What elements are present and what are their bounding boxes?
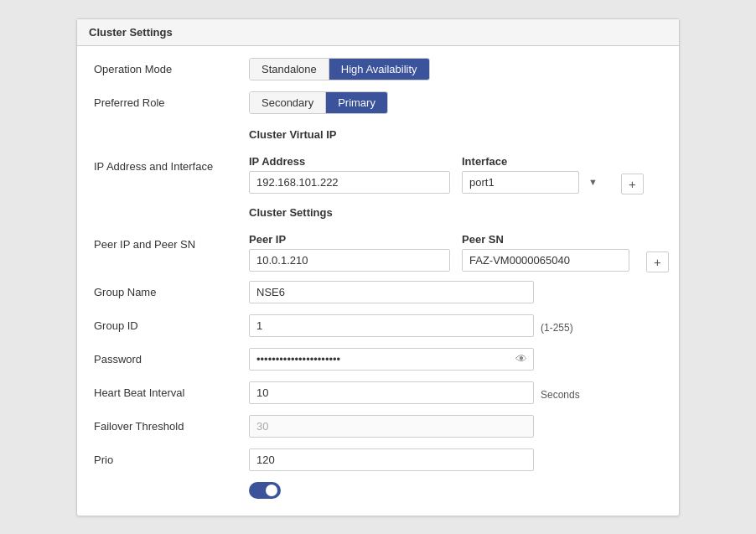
- group-name-label: Group Name: [94, 281, 249, 298]
- interface-select[interactable]: port1 port2: [462, 171, 579, 194]
- ip-address-field-label: IP Address: [249, 155, 450, 168]
- password-controls: 👁: [249, 348, 662, 371]
- preferred-role-controls: Secondary Primary: [249, 91, 662, 114]
- failover-row: Failover Threshold: [94, 415, 662, 440]
- heartbeat-row: Heart Beat Interval Seconds: [94, 381, 662, 407]
- password-label: Password: [94, 348, 249, 366]
- operation-mode-controls: Standalone High Availability: [249, 58, 662, 80]
- toggle-switch[interactable]: [249, 482, 281, 499]
- peer-sn-input[interactable]: [462, 249, 629, 272]
- ip-address-interface-row: IP Address and Interface IP Address Inte…: [94, 155, 662, 194]
- failover-label: Failover Threshold: [94, 415, 249, 433]
- operation-mode-btn-group: Standalone High Availability: [249, 58, 430, 80]
- cluster-settings-spacer: [94, 203, 249, 208]
- cluster-settings-panel: Cluster Settings Operation Mode Standalo…: [76, 18, 680, 516]
- add-ip-interface-button[interactable]: +: [621, 174, 644, 194]
- peer-row: Peer IP and Peer SN Peer IP Peer SN +: [94, 233, 662, 272]
- cluster-settings-title: Cluster Settings: [249, 206, 333, 219]
- prio-input[interactable]: [249, 448, 534, 471]
- preferred-role-btn-group: Secondary Primary: [249, 91, 388, 114]
- heartbeat-label: Heart Beat Interval: [94, 381, 249, 399]
- peer-controls: Peer IP Peer SN +: [249, 233, 669, 272]
- password-row: Password 👁: [94, 348, 662, 373]
- group-name-controls: [249, 281, 662, 303]
- interface-field-label: Interface: [462, 155, 604, 168]
- prio-label: Prio: [94, 448, 249, 466]
- peer-sn-col: Peer SN: [462, 233, 629, 272]
- ip-interface-controls: IP Address Interface port1 port2 ▼: [249, 155, 662, 194]
- group-id-input[interactable]: [249, 314, 534, 337]
- prio-row: Prio: [94, 448, 662, 474]
- peer-sn-label: Peer SN: [462, 233, 629, 246]
- password-wrapper: 👁: [249, 348, 534, 371]
- toggle-thumb: [266, 485, 277, 496]
- primary-button[interactable]: Primary: [325, 92, 387, 113]
- failover-controls: [249, 415, 662, 438]
- operation-mode-row: Operation Mode Standalone High Availabil…: [94, 58, 662, 83]
- interface-select-wrapper: port1 port2 ▼: [462, 171, 604, 194]
- cluster-settings-section: Cluster Settings: [94, 203, 662, 228]
- panel-title: Cluster Settings: [77, 19, 679, 46]
- group-name-row: Group Name: [94, 281, 662, 306]
- group-name-input[interactable]: [249, 281, 534, 303]
- standalone-button[interactable]: Standalone: [250, 59, 329, 80]
- secondary-button[interactable]: Secondary: [250, 92, 325, 113]
- group-id-hint: (1-255): [541, 317, 573, 334]
- group-id-label: Group ID: [94, 314, 249, 332]
- failover-input[interactable]: [249, 415, 534, 438]
- toggle-row: [249, 482, 662, 499]
- add-peer-button[interactable]: +: [646, 251, 669, 272]
- group-id-controls: (1-255): [249, 314, 662, 337]
- toggle-track: [249, 482, 281, 499]
- ip-address-input[interactable]: [249, 171, 450, 194]
- prio-controls: [249, 448, 662, 471]
- peer-ip-input[interactable]: [249, 249, 450, 272]
- peer-ip-col: Peer IP: [249, 233, 450, 272]
- heartbeat-controls: Seconds: [249, 381, 662, 404]
- operation-mode-label: Operation Mode: [94, 58, 249, 75]
- heartbeat-hint: Seconds: [541, 384, 580, 401]
- preferred-role-label: Preferred Role: [94, 91, 249, 109]
- ip-address-col: IP Address: [249, 155, 450, 194]
- ip-interface-grid: IP Address Interface port1 port2 ▼: [249, 155, 662, 194]
- peer-row-label: Peer IP and Peer SN: [94, 233, 249, 251]
- chevron-down-icon: ▼: [588, 177, 598, 187]
- eye-icon[interactable]: 👁: [515, 352, 527, 366]
- cluster-virtual-ip-section: Cluster Virtual IP: [94, 125, 662, 150]
- cluster-virtual-ip-spacer: [94, 125, 249, 130]
- interface-col: Interface port1 port2 ▼: [462, 155, 604, 194]
- high-availability-button[interactable]: High Availability: [329, 59, 429, 80]
- peer-ip-label: Peer IP: [249, 233, 450, 246]
- heartbeat-input[interactable]: [249, 381, 534, 404]
- peer-grid: Peer IP Peer SN +: [249, 233, 669, 272]
- cluster-virtual-ip-title: Cluster Virtual IP: [249, 128, 337, 141]
- ip-address-interface-label: IP Address and Interface: [94, 155, 249, 173]
- group-id-row: Group ID (1-255): [94, 314, 662, 340]
- password-input[interactable]: [249, 348, 534, 371]
- preferred-role-row: Preferred Role Secondary Primary: [94, 91, 662, 117]
